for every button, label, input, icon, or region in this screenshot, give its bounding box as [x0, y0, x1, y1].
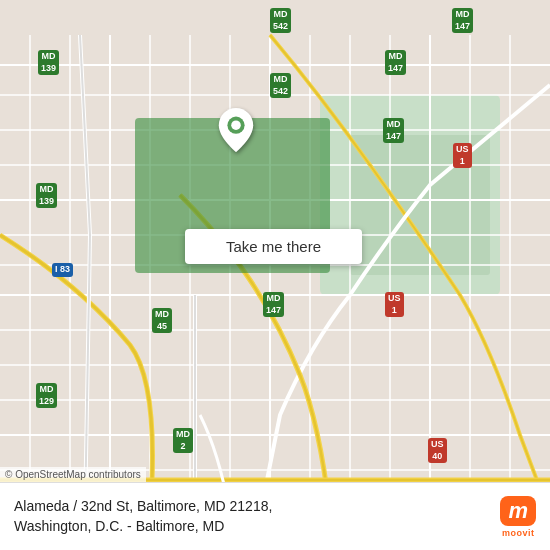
badge-md147-mid: MD147	[383, 118, 404, 143]
badge-md129: MD129	[36, 383, 57, 408]
badge-us1-right: US1	[453, 143, 472, 168]
badge-md2: MD2	[173, 428, 193, 453]
badge-i83: I 83	[52, 263, 73, 277]
info-bar: Alameda / 32nd St, Baltimore, MD 21218, …	[0, 482, 550, 550]
badge-us1-low: US1	[385, 292, 404, 317]
moovit-letter: m	[508, 500, 528, 522]
take-me-there-button[interactable]: Take me there	[185, 229, 362, 264]
map-container: MD542 MD139 MD147 MD147 MD542 MD147 US1 …	[0, 0, 550, 550]
svg-point-34	[231, 120, 241, 130]
badge-us40: US40	[428, 438, 447, 463]
moovit-logo-box: m	[500, 496, 536, 526]
map-attribution: © OpenStreetMap contributors	[0, 467, 146, 482]
badge-md45: MD45	[152, 308, 172, 333]
badge-md139-1: MD139	[38, 50, 59, 75]
address-text: Alameda / 32nd St, Baltimore, MD 21218, …	[14, 497, 272, 536]
moovit-logo[interactable]: m moovit	[500, 496, 536, 538]
badge-md542-mid: MD542	[270, 73, 291, 98]
badge-md147-top: MD147	[452, 8, 473, 33]
badge-md139-mid: MD139	[36, 183, 57, 208]
moovit-label: moovit	[502, 528, 535, 538]
badge-md147-low: MD147	[263, 292, 284, 317]
badge-md147-right1: MD147	[385, 50, 406, 75]
location-pin	[218, 108, 254, 152]
badge-md542-top: MD542	[270, 8, 291, 33]
